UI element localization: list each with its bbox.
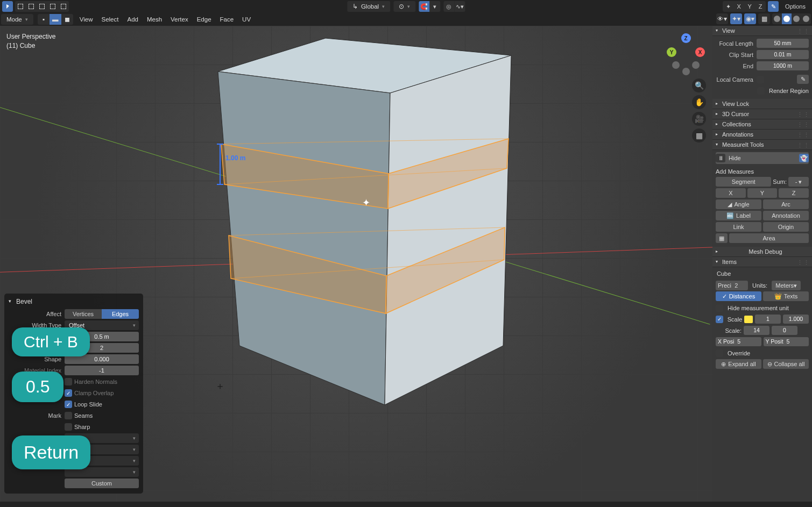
renderregion-check[interactable] xyxy=(757,87,765,95)
localcam-check[interactable] xyxy=(757,76,764,83)
scale-b[interactable]: 1.000 xyxy=(783,315,809,324)
annotation-btn[interactable]: Annotation xyxy=(763,211,809,220)
gizmo-z[interactable]: Z xyxy=(681,33,691,43)
scale-c[interactable]: 14 xyxy=(744,326,769,335)
arc-btn[interactable]: Arc xyxy=(763,199,809,209)
xpos-field[interactable]: X Posi 5 xyxy=(716,337,761,346)
section-collections[interactable]: Collections⋮⋮ xyxy=(712,119,812,130)
pivot-dropdown[interactable]: ⊙ xyxy=(393,1,415,12)
pan-icon[interactable]: ✋ xyxy=(692,95,706,109)
preci-field[interactable]: Preci 2 xyxy=(716,281,748,290)
sharp-check[interactable] xyxy=(65,423,72,431)
eyedropper-icon[interactable]: ✎ xyxy=(797,75,809,84)
shading-solid[interactable] xyxy=(782,13,792,24)
gizmo-y[interactable]: Y xyxy=(667,47,676,57)
face-mode[interactable]: ◼ xyxy=(61,14,73,25)
snap-toggle[interactable]: 🧲 xyxy=(419,1,429,12)
scale-a[interactable]: 1 xyxy=(755,315,781,324)
section-viewlock[interactable]: View Lock xyxy=(712,99,812,109)
xray-toggle[interactable]: ▦ xyxy=(758,13,770,24)
override-check[interactable] xyxy=(716,349,723,357)
camera-icon[interactable]: 🎥 xyxy=(692,112,706,126)
focal-field[interactable]: 50 mm xyxy=(757,39,809,48)
origin-btn[interactable]: Origin xyxy=(763,222,809,232)
mirror-y[interactable]: Y xyxy=(744,1,755,12)
measure-z[interactable]: Z xyxy=(779,188,809,198)
3d-viewport[interactable]: User Perspective (11) Cube 1.00 m xyxy=(0,26,712,502)
link-btn[interactable]: Link xyxy=(716,222,761,232)
section-meshdebug[interactable]: Mesh Debug xyxy=(712,247,812,257)
shading-material[interactable] xyxy=(792,13,801,24)
collapseall-btn[interactable]: ⊖ Collapse all xyxy=(763,359,809,369)
measure-x[interactable]: X xyxy=(716,188,746,198)
angle-btn[interactable]: ◢ Angle xyxy=(716,199,761,209)
shading-rendered[interactable] xyxy=(801,13,811,24)
gizmo-neg-x[interactable] xyxy=(692,61,700,69)
profile-custom-btn[interactable]: Custom xyxy=(65,479,139,488)
shading-wire[interactable] xyxy=(772,13,782,24)
mirror-toggle[interactable]: ✦ xyxy=(723,1,733,12)
grid-icon[interactable]: ▦ xyxy=(716,233,728,243)
orientation-dropdown[interactable]: ↳ Global xyxy=(347,1,390,12)
proportional-menu[interactable]: ∿▾ xyxy=(454,1,465,12)
segment-btn[interactable]: Segment xyxy=(716,177,771,187)
section-items[interactable]: Items⋮⋮ xyxy=(712,257,812,267)
matidx-field[interactable]: -1 xyxy=(65,366,139,375)
gizmo-neg-z[interactable] xyxy=(682,68,690,75)
select-extend[interactable] xyxy=(26,1,37,12)
zoom-icon[interactable]: 🔍 xyxy=(692,78,706,92)
select-invert[interactable] xyxy=(47,1,58,12)
menu-uv[interactable]: UV xyxy=(240,16,253,23)
area-btn[interactable]: Area xyxy=(729,233,809,243)
expandall-btn[interactable]: ⊕ Expand all xyxy=(716,359,761,369)
harden-check[interactable] xyxy=(65,378,72,385)
texts-btn[interactable]: 👑 Texts xyxy=(763,291,809,301)
measure-y[interactable]: Y xyxy=(747,188,778,198)
ortho-icon[interactable]: ▦ xyxy=(692,128,706,142)
vertex-mode[interactable]: ▪ xyxy=(38,14,50,25)
menu-select[interactable]: Select xyxy=(100,16,121,23)
gizmo-neg-y[interactable] xyxy=(672,61,680,69)
automerge-toggle[interactable]: ✎ xyxy=(768,1,779,12)
section-annotations[interactable]: Annotations⋮⋮ xyxy=(712,130,812,140)
clipstart-field[interactable]: 0.01 m xyxy=(757,50,809,59)
menu-add[interactable]: Add xyxy=(125,16,140,23)
options-dropdown[interactable]: Options xyxy=(781,1,810,12)
measureit-hide-btn[interactable]: ⏸ Hide 👻 xyxy=(716,152,809,164)
menu-view[interactable]: View xyxy=(77,16,95,23)
gizmos-toggle[interactable]: ✦▾ xyxy=(730,13,742,24)
units-select[interactable]: Meters▾ xyxy=(772,281,801,290)
sum-select[interactable]: - ▾ xyxy=(788,177,809,187)
gizmo-x[interactable]: X xyxy=(695,47,705,57)
visibility-dropdown[interactable]: 👁▾ xyxy=(716,13,728,24)
mirror-x[interactable]: X xyxy=(733,1,744,12)
clamp-check[interactable]: ✓ xyxy=(65,389,72,397)
mode-dropdown[interactable]: Mode xyxy=(1,14,33,25)
menu-vertex[interactable]: Vertex xyxy=(168,16,190,23)
ghost-icon[interactable]: 👻 xyxy=(799,154,809,162)
seams-check[interactable] xyxy=(65,412,72,419)
ypos-field[interactable]: Y Posit 5 xyxy=(764,337,809,346)
overlays-toggle[interactable]: ◉▾ xyxy=(744,13,756,24)
snap-menu[interactable]: ▾ xyxy=(429,1,440,12)
color-swatch[interactable] xyxy=(744,316,753,323)
hideunit-check[interactable] xyxy=(716,304,723,312)
affect-vertices[interactable]: Vertices xyxy=(65,309,102,319)
proportional-edit[interactable]: ◎ xyxy=(443,1,454,12)
menu-face[interactable]: Face xyxy=(218,16,236,23)
distances-btn[interactable]: ✓ Distances xyxy=(716,291,761,301)
clipend-field[interactable]: 1000 m xyxy=(757,61,809,70)
nav-gizmo[interactable]: Z Y X xyxy=(666,33,706,74)
affect-edges[interactable]: Edges xyxy=(102,309,139,319)
menu-edge[interactable]: Edge xyxy=(195,16,214,23)
edge-mode[interactable]: ▬ xyxy=(50,14,61,25)
section-3dcursor[interactable]: 3D Cursor⋮⋮ xyxy=(712,109,812,119)
section-measureit[interactable]: MeasureIt Tools⋮⋮ xyxy=(712,140,812,150)
label-btn[interactable]: 🔤 Label xyxy=(716,211,761,220)
mirror-z[interactable]: Z xyxy=(755,1,766,12)
select-box[interactable] xyxy=(15,1,26,12)
scale-check[interactable]: ✓ xyxy=(716,316,723,323)
select-subtract[interactable] xyxy=(37,1,47,12)
cube-object[interactable]: 1.00 m ✦ xyxy=(213,34,514,421)
scale-d[interactable]: 0 xyxy=(772,326,797,335)
